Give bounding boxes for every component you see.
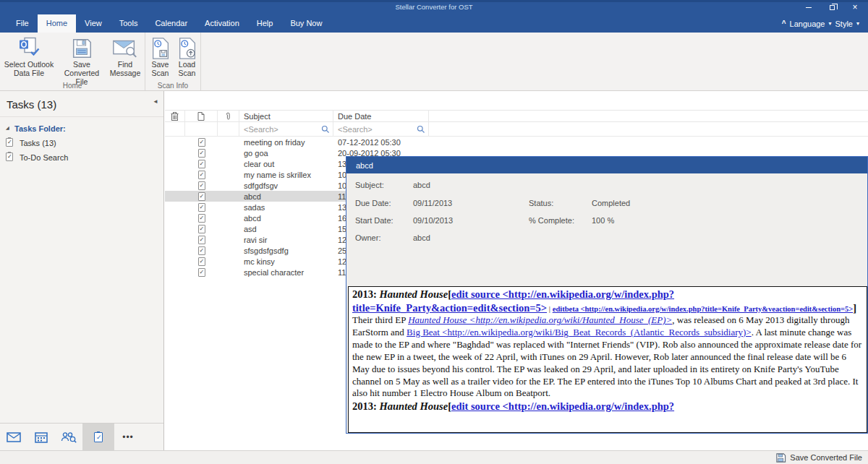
- pin-icon[interactable]: ◄: [153, 98, 158, 105]
- editbeta-link[interactable]: editbeta <http://en.wikipedia.org/w/inde…: [553, 305, 853, 313]
- field-label: Owner:: [355, 233, 380, 242]
- load-scan-button[interactable]: Load Scan: [174, 35, 200, 80]
- mail-nav-button[interactable]: [0, 424, 27, 450]
- contacts-nav-button[interactable]: [55, 424, 82, 450]
- style-caret-icon: ▾: [856, 20, 859, 27]
- tab-tools[interactable]: Tools: [111, 14, 147, 33]
- tab-calendar[interactable]: Calendar: [146, 14, 196, 33]
- task-icon: [198, 149, 205, 158]
- tab-activation[interactable]: Activation: [196, 14, 248, 33]
- save-scan-icon: [150, 37, 171, 60]
- task-icon: [6, 152, 13, 161]
- field-label: Status:: [529, 199, 553, 207]
- row-subject: abcd: [239, 192, 333, 201]
- ribbon-button-label: Load Scan: [174, 60, 200, 77]
- ribbon-group-scaninfo-label: Scan Info: [145, 82, 200, 90]
- status-bar: Save Converted File: [0, 450, 868, 464]
- task-icon: [198, 214, 205, 223]
- field-value: abcd: [413, 233, 430, 242]
- task-icon: [198, 160, 205, 168]
- tab-file[interactable]: File: [7, 14, 38, 33]
- minimize-button[interactable]: [797, 1, 820, 13]
- due-date-search-input[interactable]: <Search>: [333, 122, 429, 136]
- ribbon-button-label: Save Scan: [147, 60, 174, 77]
- dialog-title-bar[interactable]: abcd: [346, 157, 867, 173]
- header-delete-col[interactable]: [165, 111, 185, 121]
- ribbon: Select Outlook Data File Save Converted …: [0, 33, 868, 91]
- big-beat-link[interactable]: Big Beat <http://en.wikipedia.org/wiki/B…: [407, 327, 752, 338]
- close-button[interactable]: ×: [843, 1, 867, 13]
- tree-root-label: Tasks Folder:: [14, 124, 66, 133]
- floppy-disk-icon: [70, 37, 93, 60]
- row-subject: go goa: [239, 149, 333, 158]
- tasks-nav-button[interactable]: [82, 424, 114, 450]
- sidebar-item-label: To-Do Search: [20, 153, 68, 162]
- menu-tabs: FileHomeViewToolsCalendarActivationHelpB…: [7, 14, 331, 33]
- field-value: abcd: [413, 181, 430, 189]
- row-subject: abcd: [239, 214, 333, 223]
- tree-root-tasks-folder[interactable]: ◢ Tasks Folder:: [0, 121, 163, 136]
- menu-bar: FileHomeViewToolsCalendarActivationHelpB…: [0, 14, 868, 33]
- row-subject: clear out: [239, 160, 333, 168]
- save-converted-file-button[interactable]: Save Converted File: [58, 35, 106, 80]
- task-icon: [198, 225, 205, 233]
- calendar-icon: [35, 431, 48, 443]
- search-placeholder: <Search>: [244, 125, 278, 134]
- sidebar-item-label: Tasks (13): [20, 139, 56, 147]
- field-value: 09/11/2013: [413, 199, 452, 207]
- select-outlook-data-file-button[interactable]: Select Outlook Data File: [0, 35, 58, 80]
- sidebar-item-tasks[interactable]: Tasks (13): [0, 136, 163, 150]
- restore-icon: [830, 5, 835, 10]
- find-message-button[interactable]: Find Message: [106, 35, 145, 80]
- tab-view[interactable]: View: [76, 14, 111, 33]
- app-window: Stellar Converter for OST × FileHomeView…: [0, 0, 868, 464]
- field-value: Completed: [592, 199, 630, 207]
- table-search-row: <Search> <Search>: [165, 122, 868, 137]
- task-icon: [198, 171, 205, 179]
- save-converted-file-status-button[interactable]: Save Converted File: [790, 453, 862, 462]
- expander-icon[interactable]: ◢: [6, 125, 9, 130]
- header-due-date-col[interactable]: Due Date: [333, 111, 429, 121]
- row-subject: sfsgdsfgsdfg: [239, 246, 333, 255]
- search-icon: [417, 125, 425, 134]
- header-attachment-col[interactable]: [218, 111, 239, 121]
- tab-buy-now[interactable]: Buy Now: [281, 14, 331, 33]
- folder-tree: ◢ Tasks Folder: Tasks (13) To-Do Search: [0, 117, 163, 165]
- tab-home[interactable]: Home: [38, 14, 76, 33]
- calendar-nav-button[interactable]: [27, 424, 55, 450]
- row-subject: asd: [239, 225, 333, 233]
- task-icon: [198, 246, 205, 255]
- tasks-icon: [94, 432, 103, 442]
- task-icon: [198, 257, 205, 266]
- table-header: Subject Due Date: [165, 110, 868, 122]
- sidebar-item-todo-search[interactable]: To-Do Search: [0, 150, 163, 165]
- task-icon: [198, 236, 205, 244]
- style-menu[interactable]: Style: [835, 20, 853, 28]
- document-icon: [197, 112, 205, 121]
- task-icon: [198, 181, 205, 190]
- table-row[interactable]: meeting on friday07-12-2012 05:30: [165, 137, 868, 147]
- tab-help[interactable]: Help: [248, 14, 282, 33]
- ribbon-button-label: Select Outlook Data File: [0, 60, 58, 77]
- floppy-disk-icon: [775, 452, 786, 463]
- more-nav-button[interactable]: •••: [114, 424, 142, 450]
- restore-button[interactable]: [820, 1, 843, 13]
- title-bar: Stellar Converter for OST ×: [0, 0, 868, 14]
- row-subject: mc kinsy: [239, 257, 333, 266]
- header-item-type-col[interactable]: [185, 111, 218, 121]
- outlook-file-icon: [14, 37, 43, 60]
- field-value: 100 %: [592, 216, 614, 225]
- collapse-ribbon-icon[interactable]: ^: [782, 20, 786, 27]
- haunted-house-ep-link[interactable]: Haunted House <http://en.wikipedia.org/w…: [408, 314, 672, 325]
- wiki-heading-repeat: 2013: Haunted House[edit source <http://…: [352, 400, 864, 413]
- save-scan-button[interactable]: Save Scan: [147, 35, 174, 80]
- search-icon: [321, 125, 330, 134]
- mail-icon: [7, 432, 21, 442]
- sidebar: Tasks (13) ◄ ◢ Tasks Folder: Tasks (13) …: [0, 91, 164, 450]
- header-subject-col[interactable]: Subject: [239, 111, 333, 121]
- subject-search-input[interactable]: <Search>: [239, 122, 333, 136]
- field-label: Subject:: [355, 181, 384, 189]
- row-due-date: 07-12-2012 05:30: [333, 138, 429, 147]
- language-menu[interactable]: Language: [790, 20, 825, 28]
- edit-source-link[interactable]: edit source <http://en.wikipedia.org/w/i…: [451, 400, 674, 412]
